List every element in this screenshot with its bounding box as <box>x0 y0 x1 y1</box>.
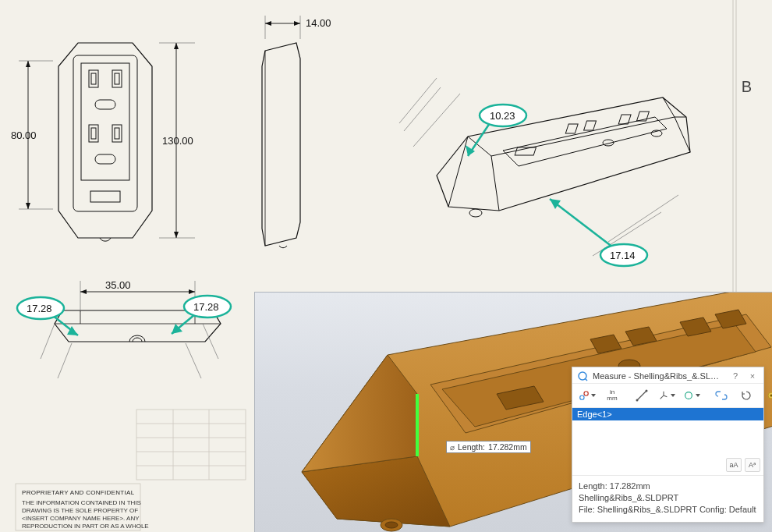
svg-point-73 <box>685 392 692 399</box>
measure-callout-label: Length: <box>458 442 485 452</box>
chevron-down-icon <box>696 394 700 397</box>
dim-label: 35.00 <box>105 279 131 291</box>
svg-line-70 <box>637 391 646 400</box>
measure-callout-value: 17.282mm <box>488 442 527 452</box>
xyz-button[interactable] <box>655 386 678 405</box>
result-file-value: Shelling&Ribs_&.SLDPRT <box>579 493 678 502</box>
measure-titlebar[interactable]: Measure - Shelling&Ribs_&.SLDPRT ? × <box>572 367 763 384</box>
measure-toolbar: in mm <box>572 384 763 408</box>
titleblock-line: <INSERT COMPANY NAME HERE>. ANY <box>22 515 140 522</box>
side-view <box>262 43 300 248</box>
front-view <box>58 43 152 241</box>
history-button[interactable] <box>735 386 758 405</box>
arc-button[interactable] <box>680 386 703 405</box>
units-label: in mm <box>607 389 617 402</box>
sensor-button[interactable] <box>760 386 772 405</box>
svg-point-71 <box>636 399 639 402</box>
callout-label: 17.28 <box>193 301 219 313</box>
titleblock-line: DRAWING IS THE SOLE PROPERTY OF <box>22 507 138 514</box>
measure-title-text: Measure - Shelling&Ribs_&.SLDPRT <box>593 371 724 381</box>
length-icon: ⌀ <box>450 443 455 452</box>
result-length-label: Length: <box>579 481 607 491</box>
selection-list[interactable]: Edge<1> <box>572 408 763 420</box>
title-block: PROPRIETARY AND CONFIDENTIAL THE INFORMA… <box>16 484 149 530</box>
point-to-point-button[interactable] <box>630 386 653 405</box>
units-button[interactable]: in mm <box>600 386 624 405</box>
selection-item[interactable]: Edge<1> <box>577 410 612 419</box>
measure-callout[interactable]: ⌀ Length: 17.282mm <box>446 441 531 453</box>
titleblock-line: REPRODUCTION IN PART OR AS A WHOLE <box>22 523 149 530</box>
text-size-large-button[interactable]: Aᵃ <box>745 458 760 472</box>
svg-point-72 <box>646 390 648 392</box>
measure-body: aA Aᵃ <box>572 420 763 476</box>
svg-point-65 <box>385 522 398 528</box>
callout-label: 17.28 <box>27 303 52 314</box>
titleblock-head: PROPRIETARY AND CONFIDENTIAL <box>22 489 135 496</box>
measure-app-icon <box>577 371 588 381</box>
link-button[interactable] <box>710 386 733 405</box>
measure-results: Length: 17.282mm Shelling&Ribs_&.SLDPRT … <box>572 476 763 522</box>
callout-label: 10.23 <box>490 110 515 122</box>
chevron-down-icon <box>671 394 675 397</box>
svg-line-67 <box>585 378 587 381</box>
result-config-value: Shelling&Ribs_&.SLDPRT Config: Default <box>597 505 756 514</box>
svg-point-69 <box>584 392 588 395</box>
dim-label: 14.00 <box>306 17 331 29</box>
result-length-value: 17.282mm <box>610 481 650 491</box>
help-button[interactable]: ? <box>729 371 742 381</box>
dim-label: 130.00 <box>162 135 193 147</box>
text-size-small-button[interactable]: aA <box>726 458 742 472</box>
callout-label: 17.14 <box>610 250 636 261</box>
dim-label: 80.00 <box>11 129 37 141</box>
zone-letter: B <box>742 78 752 96</box>
svg-point-68 <box>580 395 584 399</box>
close-button[interactable]: × <box>746 371 759 381</box>
measure-window[interactable]: Measure - Shelling&Ribs_&.SLDPRT ? × in … <box>572 367 764 523</box>
select-mode-button[interactable] <box>575 386 599 405</box>
chevron-down-icon <box>591 394 596 397</box>
titleblock-line: THE INFORMATION CONTAINED IN THIS <box>22 499 141 506</box>
result-config-label: File: <box>579 505 595 514</box>
